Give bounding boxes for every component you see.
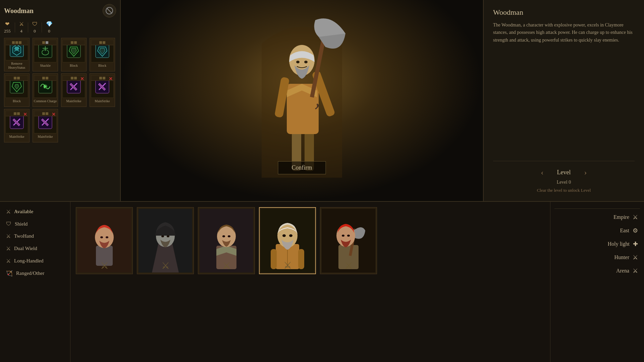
special-stat: 💎 0 [46,21,53,34]
char-name-right: Woodman [493,8,635,17]
filter-shield[interactable]: 🛡 Shield [4,220,66,228]
skill-block-2[interactable]: Block [90,38,115,71]
empire-icon: ⚔ [633,214,638,221]
east-icon: ⚙ [633,227,638,234]
dualwield-icon: ⚔ [6,245,11,252]
stat-sep-2 [28,22,28,33]
level-nav: ‹ Level › [541,168,587,177]
skill-icon-block-2 [91,40,114,62]
skill-icon-block-3 [5,75,28,98]
skill-icon-mainstrike-2: ✕ [91,75,114,98]
level-subtitle: Level 0 [557,180,571,185]
faction-east[interactable]: East ⚙ [554,224,640,237]
skill-name-common-charge: Common Charge [34,99,57,103]
skill-name-mainstrike-4: MainStrike [38,135,53,139]
holy-light-icon: ✚ [633,240,638,248]
svg-rect-73 [298,249,304,269]
svg-point-60 [167,235,169,237]
skill-name-mainstrike-1: MainStrike [66,99,82,103]
svg-point-71 [289,234,292,237]
faction-empire[interactable]: Empire ⚔ [554,211,640,224]
arena-icon: ⚔ [633,267,638,275]
skill-name-mainstrike-3: MainStrike [9,135,24,139]
confirm-button[interactable]: Confirm [278,161,326,174]
faction-hunter-label: Hunter [614,254,629,260]
skill-name-mainstrike-2: MainStrike [95,99,110,103]
faction-holy-light[interactable]: Holy light ✚ [554,238,640,250]
red-x-icon: ✕ [80,76,84,82]
available-icon: ⚔ [6,208,11,215]
svg-rect-5 [15,47,19,49]
top-indicator-6 [34,75,56,81]
filter-twohand-label: TwoHand [14,233,34,239]
svg-point-64 [222,235,225,237]
attack-stat: ⚔ 4 [19,21,24,34]
filter-longhandled[interactable]: ⚔ Long-Handled [4,256,66,265]
skill-icon-mainstrike-1: ✕ [62,75,85,98]
skill-icon-common-charge [34,75,57,98]
skills-grid: Remove HeavyStatus Shackle [4,38,116,142]
skill-mainstrike-4[interactable]: ✕ MainStrike [33,109,58,142]
filter-available-label: Available [14,209,33,215]
svg-point-24 [304,61,308,63]
svg-point-59 [161,235,164,237]
special-value: 0 [48,28,50,34]
skill-block-1[interactable]: Block [61,38,87,71]
panel-title: Woodman [4,7,34,15]
level-prev-button[interactable]: ‹ [541,168,544,177]
char4-class-icon: ⚔ [283,260,292,271]
disabled-icon [105,7,113,15]
top-indicator-5 [6,75,28,81]
red-x-icon-4: ✕ [52,112,56,117]
level-title: Level [557,169,571,176]
filter-dualwield-label: Dual Wield [14,246,37,251]
stats-row: ❤ 255 ⚔ 4 🛡 0 💎 0 [4,21,116,34]
char-card-5[interactable]: ⚔ [320,207,377,274]
char-card-4[interactable]: ⚔ [259,207,316,274]
char-card-3[interactable]: ⚔ [198,207,255,274]
filter-shield-label: Shield [15,221,28,227]
skill-common-charge[interactable]: Common Charge [33,73,58,107]
skills-panel: Woodman ❤ 255 ⚔ 4 🛡 0 [0,0,121,201]
faction-hunter[interactable]: Hunter ⚔ [554,251,640,264]
svg-point-70 [282,234,286,237]
faction-east-label: East [620,228,629,234]
faction-holy-light-label: Holy light [608,241,630,247]
shield-icon-btn[interactable] [103,4,116,17]
skill-mainstrike-2[interactable]: ✕ MainStrike [90,73,115,107]
char-card-1[interactable]: ⚔ [76,207,133,274]
level-next-button[interactable]: › [584,168,587,177]
right-panel: Woodman The Woodman, a character with ex… [483,0,644,201]
svg-rect-72 [271,249,277,269]
shield-value: 0 [34,28,36,34]
skill-block-3[interactable]: Block [4,73,30,107]
heart-icon: ❤ [5,21,9,27]
hp-value: 255 [4,28,11,34]
char-card-2[interactable]: ⚔ [137,207,194,274]
skill-shackle[interactable]: Shackle [33,38,58,71]
skill-mainstrike-3[interactable]: ✕ MainStrike [4,109,30,142]
filter-dualwield[interactable]: ⚔ Dual Wield [4,244,66,253]
stat-sep-1 [15,22,15,33]
sword-icon: ⚔ [19,21,24,27]
char-description: The Woodman, a character with explosive … [493,21,635,161]
shield-stat: 🛡 0 [32,21,38,34]
filter-longhandled-label: Long-Handled [14,258,43,264]
shield-filter-icon: 🛡 [6,221,11,227]
filter-available[interactable]: ⚔ Available [4,207,66,216]
skill-name-block-1: Block [70,64,78,68]
character-display [121,0,483,181]
filter-panel: ⚔ Available 🛡 Shield ⚔ TwoHand ⚔ Dual Wi… [0,202,70,362]
attack-value: 4 [20,28,22,34]
svg-point-23 [296,61,300,63]
filter-ranged[interactable]: 🏹 Ranged/Other [4,269,66,278]
skill-remove-heavy[interactable]: Remove HeavyStatus [4,38,30,71]
skill-mainstrike-1[interactable]: ✕ MainStrike [61,73,87,107]
hp-stat: ❤ 255 [4,21,11,34]
panel-header: Woodman [4,4,116,17]
skill-name-shackle: Shackle [40,64,51,68]
longhandled-icon: ⚔ [6,258,11,264]
faction-arena[interactable]: Arena ⚔ [554,264,640,277]
filter-twohand[interactable]: ⚔ TwoHand [4,232,66,241]
char2-class-icon: ⚔ [161,260,170,271]
